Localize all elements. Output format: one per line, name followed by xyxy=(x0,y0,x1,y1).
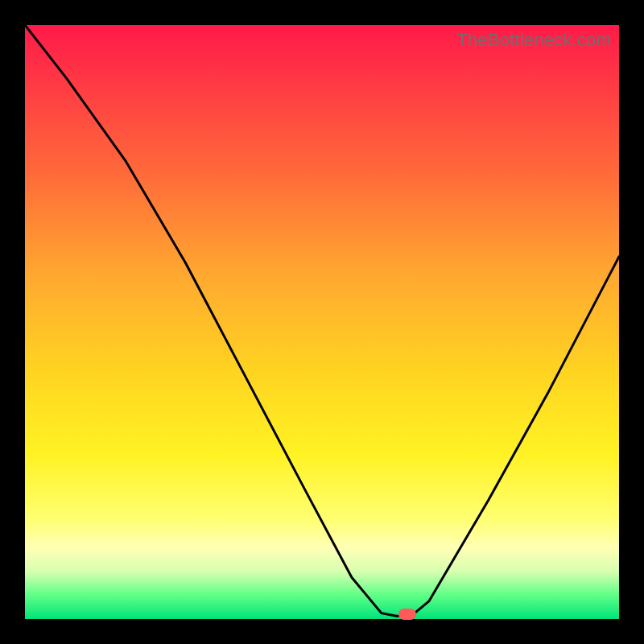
optimum-marker xyxy=(398,609,416,620)
chart-frame: TheBottleneck.com xyxy=(0,0,644,644)
watermark-text: TheBottleneck.com xyxy=(456,30,611,51)
bottleneck-curve xyxy=(25,25,619,619)
plot-area: TheBottleneck.com xyxy=(25,25,619,619)
